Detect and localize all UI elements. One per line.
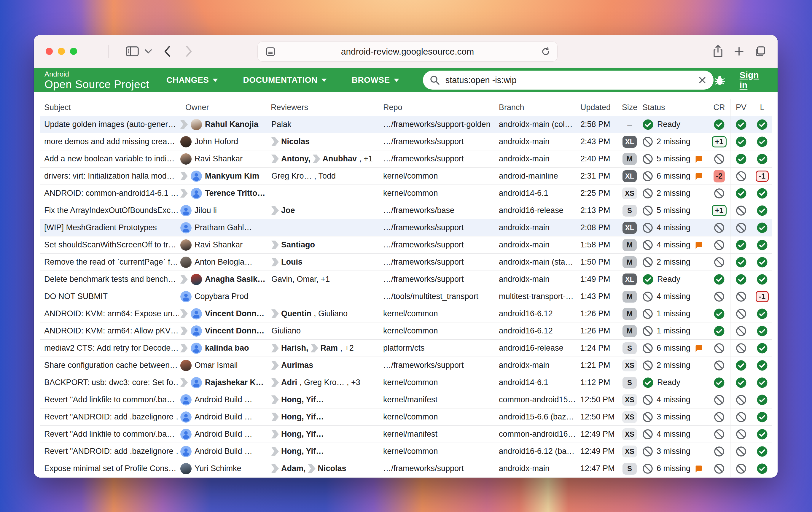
owner-name[interactable]: Terence Tritto…	[205, 189, 265, 198]
branch-cell[interactable]: android16-release	[498, 202, 579, 219]
subject-cell[interactable]: Delete benchmark tests and bench…	[40, 271, 179, 288]
reviewer-name[interactable]: Greg Kro… , Todd	[271, 171, 336, 181]
table-row[interactable]: Delete benchmark tests and bench…Anagha …	[40, 271, 772, 288]
subject-cell[interactable]: ANDROID: KVM: arm64: Expose un…	[40, 305, 179, 322]
search-bar[interactable]	[423, 70, 714, 90]
owner-cell[interactable]: Android Build …	[179, 443, 271, 460]
owner-cell[interactable]: Vincent Donn…	[179, 322, 271, 339]
branch-cell[interactable]: common-android15…	[498, 391, 579, 408]
repo-cell[interactable]: kernel/common	[381, 374, 498, 391]
subject-cell[interactable]: Revert "Add linkfile to common/.ba…	[40, 426, 179, 443]
reviewer-name[interactable]: , Greg Kro… , +3	[299, 378, 360, 387]
repo-cell[interactable]: …/frameworks/support	[381, 460, 498, 477]
owner-cell[interactable]: Yuri Schimke	[179, 460, 271, 477]
owner-cell[interactable]: Omar Ismail	[179, 357, 271, 374]
branch-cell[interactable]: android14-6.1	[498, 185, 579, 202]
table-row[interactable]: drivers: virt: Initialization halla mod……	[40, 168, 772, 185]
reviewer-name[interactable]: Gavin, Omar, +1	[271, 275, 330, 284]
subject-cell[interactable]: Revert "ANDROID: add .bazelignore …	[40, 408, 179, 425]
back-icon[interactable]	[163, 45, 172, 58]
reviewer-name[interactable]: , +2	[340, 343, 354, 353]
branch-cell[interactable]: androidx-main	[498, 271, 579, 288]
reviewer-name[interactable]: Santiago	[281, 240, 315, 250]
app-logo[interactable]: Android Open Source Project	[45, 70, 149, 90]
column-header-updated[interactable]: Updated	[579, 99, 619, 116]
reviewer-name[interactable]: Quentin	[281, 309, 311, 318]
subject-cell[interactable]: more demos and add missing crea…	[40, 133, 179, 150]
column-header-subject[interactable]: Subject	[40, 99, 179, 116]
owner-name[interactable]: Yuri Schimke	[195, 464, 241, 473]
subject-cell[interactable]: drivers: virt: Initialization halla mod…	[40, 168, 179, 184]
branch-cell[interactable]: android16-6.12	[498, 322, 579, 339]
owner-cell[interactable]: Mankyum Kim	[179, 168, 271, 184]
reviewer-name[interactable]: Nicolas	[281, 137, 310, 146]
owner-name[interactable]: Vincent Donn…	[205, 326, 264, 336]
column-header-status[interactable]: Status	[641, 99, 708, 116]
zoom-window-button[interactable]	[70, 48, 77, 55]
subject-cell[interactable]: Add a new boolean variable to indi…	[40, 150, 179, 167]
owner-cell[interactable]: Ravi Shankar	[179, 150, 271, 167]
owner-name[interactable]: Omar Ismail	[195, 361, 238, 370]
new-tab-icon[interactable]	[733, 46, 745, 57]
subject-cell[interactable]: ANDROID: common-android14-6.1 …	[40, 185, 179, 202]
search-input[interactable]	[445, 75, 698, 85]
owner-cell[interactable]: Android Build …	[179, 408, 271, 425]
owner-name[interactable]: Android Build …	[195, 395, 252, 404]
subject-cell[interactable]: ANDROID: KVM: arm64: Allow pKV…	[40, 322, 179, 339]
subject-cell[interactable]: Revert "Add linkfile to common/.ba…	[40, 391, 179, 408]
column-header-branch[interactable]: Branch	[498, 99, 579, 116]
owner-cell[interactable]: Ravi Shankar	[179, 236, 271, 253]
table-row[interactable]: mediav2 CTS: Add retry for Decode…kalind…	[40, 340, 772, 357]
tab-overview-icon[interactable]	[754, 45, 766, 58]
owner-name[interactable]: John Hoford	[195, 137, 238, 146]
table-row[interactable]: ANDROID: KVM: arm64: Expose un…Vincent D…	[40, 305, 772, 322]
reviewer-name[interactable]: Hong, Yif…	[281, 395, 324, 404]
subject-cell[interactable]: Share configuration cache between…	[40, 357, 179, 374]
repo-cell[interactable]: kernel/common	[381, 322, 498, 339]
table-row[interactable]: ANDROID: common-android14-6.1 …Terence T…	[40, 185, 772, 202]
branch-cell[interactable]: androidx-main	[498, 460, 579, 477]
reviewer-name[interactable]: Antony,	[281, 154, 310, 164]
owner-cell[interactable]: Terence Tritto…	[179, 185, 271, 202]
owner-name[interactable]: Rahul Kanojia	[205, 120, 258, 129]
reviewer-name[interactable]: Adam,	[281, 464, 306, 473]
column-header-cr[interactable]: CR	[708, 99, 730, 116]
reviewer-name[interactable]: Aurimas	[281, 361, 313, 370]
repo-cell[interactable]: …/frameworks/support	[381, 357, 498, 374]
column-header-owner[interactable]: Owner	[179, 99, 271, 116]
subject-cell[interactable]: Set shouldScanWithScreenOff to tr…	[40, 236, 179, 253]
branch-cell[interactable]: android16-6.12 (ba…	[498, 443, 579, 460]
owner-name[interactable]: Pratham Gahl…	[195, 223, 252, 232]
subject-cell[interactable]: [WIP] MeshGradient Prototypes	[40, 219, 179, 236]
minimize-window-button[interactable]	[58, 48, 65, 55]
table-row[interactable]: more demos and add missing crea…John Hof…	[40, 133, 772, 150]
subject-cell[interactable]: Fix the ArrayIndexOutOfBoundsExc…	[40, 202, 179, 219]
repo-cell[interactable]: kernel/common	[381, 185, 498, 202]
owner-cell[interactable]: Anagha Sasik…	[179, 271, 271, 288]
reviewer-name[interactable]: Nicolas	[318, 464, 346, 473]
table-row[interactable]: Revert "Add linkfile to common/.ba…Andro…	[40, 391, 772, 408]
owner-name[interactable]: Vincent Donn…	[205, 309, 264, 318]
repo-cell[interactable]: kernel/manifest	[381, 391, 498, 408]
reader-icon[interactable]	[265, 47, 276, 57]
subject-cell[interactable]: mediav2 CTS: Add retry for Decode…	[40, 340, 179, 357]
branch-cell[interactable]: androidx-main	[498, 219, 579, 236]
repo-cell[interactable]: …/frameworks/support-golden	[381, 116, 498, 133]
reviewer-name[interactable]: , Giuliano	[314, 309, 348, 318]
reviewer-name[interactable]: Joe	[281, 206, 295, 215]
repo-cell[interactable]: …/tools/multitest_transport	[381, 288, 498, 305]
column-header-l[interactable]: L	[752, 99, 772, 116]
table-row[interactable]: Set shouldScanWithScreenOff to tr…Ravi S…	[40, 236, 772, 254]
owner-name[interactable]: Copybara Prod	[195, 292, 249, 301]
column-header-size[interactable]: Size	[619, 99, 641, 116]
menu-browse[interactable]: BROWSE	[352, 75, 399, 85]
repo-cell[interactable]: kernel/common	[381, 168, 498, 184]
branch-cell[interactable]: androidx-main	[498, 150, 579, 167]
owner-name[interactable]: Android Build …	[195, 412, 252, 422]
owner-cell[interactable]: Android Build …	[179, 391, 271, 408]
table-row[interactable]: ANDROID: KVM: arm64: Allow pKV…Vincent D…	[40, 322, 772, 340]
repo-cell[interactable]: …/frameworks/support	[381, 219, 498, 236]
menu-changes[interactable]: CHANGES	[166, 75, 218, 85]
subject-cell[interactable]: Expose minimal set of Profile Cons…	[40, 460, 179, 477]
repo-cell[interactable]: …/frameworks/support	[381, 133, 498, 150]
